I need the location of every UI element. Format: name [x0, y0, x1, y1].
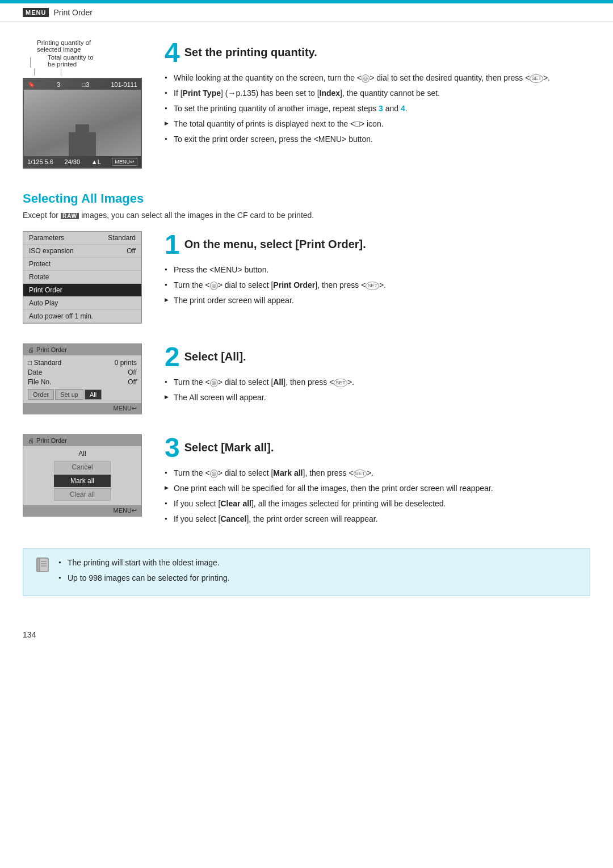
cam-menu-btn: MENU↩: [112, 158, 137, 166]
po-date-label: Date: [28, 368, 42, 376]
step3-screen: 🖨 Print Order All Cancel Mark all Clear …: [23, 434, 148, 517]
menu-iso-val: Off: [127, 247, 136, 255]
step1-row: Parameters Standard ISO expansion Off Pr…: [23, 231, 590, 324]
cam-bookmark-icon: 🔖: [27, 81, 35, 88]
po-date-val: Off: [128, 368, 137, 376]
po3-screen: 🖨 Print Order All Cancel Mark all Clear …: [23, 434, 142, 517]
step4-bullet5: To exit the print order screen, press th…: [165, 133, 590, 145]
step2-bullet2: The All screen will appear.: [165, 392, 590, 404]
cam-qty: 3: [57, 81, 60, 88]
step1-bullet3: The print order screen will appear.: [165, 295, 590, 307]
po-date-row: Date Off: [28, 368, 137, 376]
menu-row-printorder: Print Order: [23, 284, 141, 297]
po3-clearall-btn[interactable]: Clear all: [54, 488, 111, 501]
po3-header-title: Print Order: [36, 437, 67, 444]
camera-wrap: Printing quantity ofselected image Total…: [23, 39, 148, 169]
step1-bullet2: Turn the <◎> dial to select [Print Order…: [165, 279, 590, 291]
step1-num: 1: [165, 231, 180, 258]
step1-content: 1 On the menu, select [Print Order]. Pre…: [165, 231, 590, 310]
page-header: MENU Print Order: [0, 3, 613, 22]
step4-num: 4: [165, 39, 180, 66]
step1-bullet1: Press the <MENU> button.: [165, 264, 590, 276]
step2-num: 2: [165, 343, 180, 371]
note-box: The printing will start with the oldest …: [23, 548, 590, 596]
step2-screen: 🖨 Print Order □ Standard 0 prints Date O…: [23, 343, 148, 414]
po-fileno-row: File No. Off: [28, 378, 137, 386]
cam-top-bar: 🔖 3 □3 101-0111: [24, 79, 141, 90]
cam-quality: ▲L: [91, 158, 101, 165]
section-step4: Printing quantity ofselected image Total…: [23, 39, 590, 169]
po-buttons: Order Set up All: [28, 389, 137, 400]
ann2-text: Total quantity tobe printed: [48, 54, 94, 68]
note-icon: [35, 557, 51, 576]
step1-bullets: Press the <MENU> button. Turn the <◎> di…: [165, 264, 590, 307]
print-order-screen: 🖨 Print Order □ Standard 0 prints Date O…: [23, 343, 142, 414]
menu-badge: MENU: [23, 8, 49, 17]
step3-bullet1: Turn the <◎> dial to select [Mark all], …: [165, 467, 590, 479]
po-body: □ Standard 0 prints Date Off File No. Of…: [23, 355, 141, 403]
po-header: 🖨 Print Order: [23, 344, 141, 355]
section-intro: Except for RAW images, you can select al…: [23, 211, 590, 220]
po-header-title: Print Order: [36, 346, 67, 353]
menu-autoplay-label: Auto Play: [29, 299, 58, 307]
po-fileno-label: File No.: [28, 378, 51, 386]
menu-row-iso: ISO expansion Off: [23, 245, 141, 258]
po-fileno-val: Off: [128, 378, 137, 386]
step3-title: 3 Select [Mark all].: [165, 434, 590, 462]
step2-bullets: Turn the <◎> dial to select [All], then …: [165, 376, 590, 404]
note-bullets: The printing will start with the oldest …: [58, 557, 230, 584]
po3-markall-btn[interactable]: Mark all: [54, 475, 111, 487]
po-footer: MENU↩: [23, 403, 141, 414]
step2-row: 🖨 Print Order □ Standard 0 prints Date O…: [23, 343, 590, 414]
step4-title: 4 Set the printing quantity.: [165, 39, 590, 66]
step3-content: 3 Select [Mark all]. Turn the <◎> dial t…: [165, 434, 590, 529]
step3-bullet2: One print each will be specified for all…: [165, 483, 590, 494]
step2-bullet1: Turn the <◎> dial to select [All], then …: [165, 376, 590, 388]
page-number: 134: [0, 619, 613, 645]
po-btn-setup[interactable]: Set up: [55, 389, 83, 400]
menu-params-label: Parameters: [29, 234, 64, 242]
step2-title: 2 Select [All].: [165, 343, 590, 371]
menu-iso-label: ISO expansion: [29, 247, 74, 255]
step1-title: 1 On the menu, select [Print Order].: [165, 231, 590, 258]
menu-row-autopoweroff: Auto power off 1 min.: [23, 310, 141, 323]
po-btn-all[interactable]: All: [85, 389, 102, 400]
step1-title-text: On the menu, select [Print Order].: [184, 231, 366, 251]
po3-header: 🖨 Print Order: [23, 435, 141, 446]
menu-printorder-label: Print Order: [29, 286, 62, 294]
po3-cancel-btn[interactable]: Cancel: [54, 461, 111, 473]
step4-bullet3: To set the printing quantity of another …: [165, 103, 590, 115]
menu-row-params: Parameters Standard: [23, 232, 141, 245]
menu-params-val: Standard: [108, 234, 136, 242]
step4-title-text: Set the printing quantity.: [184, 39, 317, 59]
step3-bullet3: If you select [Clear all], all the image…: [165, 498, 590, 510]
step4-content: 4 Set the printing quantity. While looki…: [165, 39, 590, 169]
step1-screen: Parameters Standard ISO expansion Off Pr…: [23, 231, 148, 324]
po-type: □ Standard: [28, 359, 61, 367]
note-bullet2: Up to 998 images can be selected for pri…: [58, 572, 230, 584]
annotations: Printing quantity ofselected image Total…: [23, 39, 148, 76]
cam-image-area: [24, 90, 141, 156]
menu-rotate-label: Rotate: [29, 273, 49, 281]
cam-bottom-bar: 1/125 5.6 24/30 ▲L MENU↩: [24, 156, 141, 167]
po-type-row: □ Standard 0 prints: [28, 359, 137, 367]
note-content: The printing will start with the oldest …: [58, 557, 230, 588]
po3-header-icon: 🖨: [28, 437, 34, 444]
cam-file-num: 101-0111: [111, 81, 138, 88]
menu-screen: Parameters Standard ISO expansion Off Pr…: [23, 231, 142, 324]
cam-shutter: 1/125 5.6: [27, 158, 53, 165]
svg-rect-1: [37, 558, 40, 572]
po3-footer: MENU↩: [23, 505, 141, 516]
step3-row: 🖨 Print Order All Cancel Mark all Clear …: [23, 434, 590, 529]
menu-row-autoplay: Auto Play: [23, 297, 141, 310]
cam-frame: 24/30: [65, 158, 81, 165]
step4-bullet4: The total quantity of prints is displaye…: [165, 118, 590, 130]
po3-body: All Cancel Mark all Clear all: [23, 446, 141, 505]
note-bullet1: The printing will start with the oldest …: [58, 557, 230, 569]
raw-badge: RAW: [61, 213, 79, 219]
po-prints: 0 prints: [115, 359, 137, 367]
step4-bullet2: If [Print Type] (→p.135) has been set to…: [165, 87, 590, 99]
po-header-icon: 🖨: [28, 346, 34, 353]
step3-title-text: Select [Mark all].: [184, 434, 274, 454]
po-btn-order[interactable]: Order: [28, 389, 54, 400]
